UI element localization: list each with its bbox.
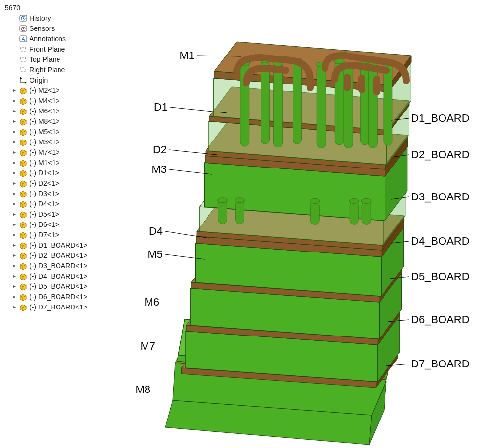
callout-D4: D4 xyxy=(149,225,163,237)
history-icon xyxy=(19,14,28,23)
tree-item-part[interactable]: ▸(-) D4<1> xyxy=(12,198,114,209)
expand-arrow-icon[interactable]: ▸ xyxy=(12,107,17,115)
tree-item-label: (-) D5<1> xyxy=(30,210,59,219)
expand-arrow-icon[interactable]: ▸ xyxy=(12,282,17,291)
expand-arrow-icon[interactable]: ▸ xyxy=(12,168,17,177)
tree-item-part[interactable]: ▸(-) M1<1> xyxy=(12,157,114,168)
tree-item-front-plane[interactable]: Front Plane xyxy=(12,44,114,54)
tree-root[interactable]: 5670 xyxy=(3,3,114,13)
part-icon xyxy=(19,261,28,270)
tree-item-part[interactable]: ▸(-) M4<1> xyxy=(12,95,114,106)
part-icon xyxy=(19,241,28,250)
tree-item-sensors[interactable]: Sensors xyxy=(12,23,114,33)
callout-M1: M1 xyxy=(179,49,195,61)
part-icon xyxy=(19,127,28,136)
part-icon xyxy=(19,272,28,280)
expand-arrow-icon[interactable]: ▸ xyxy=(12,251,17,260)
callout-M3: M3 xyxy=(151,163,167,175)
tree-item-part[interactable]: ▸(-) D6<1> xyxy=(12,219,114,229)
tree-item-right-plane[interactable]: Right Plane xyxy=(12,64,114,75)
tree-item-part[interactable]: ▸(-) M8<1> xyxy=(12,116,114,126)
sensors-icon xyxy=(19,24,28,33)
tree-item-part[interactable]: ▸(-) D3<1> xyxy=(12,188,114,198)
tree-item-label: (-) D4<1> xyxy=(30,199,59,208)
tree-item-label: (-) M2<1> xyxy=(30,86,59,95)
callout-D1_BOARD: D1_BOARD xyxy=(411,112,470,124)
annotations-icon: A xyxy=(19,34,28,43)
tree-item-top-plane[interactable]: Top Plane xyxy=(12,54,114,64)
expand-arrow-icon[interactable]: ▸ xyxy=(12,230,17,239)
tree-item-label: (-) D5_BOARD<1> xyxy=(30,282,87,291)
tree-item-part[interactable]: ▸(-) D5_BOARD<1> xyxy=(12,281,114,291)
part-icon xyxy=(19,292,28,301)
callout-M6: M6 xyxy=(144,296,159,308)
expand-arrow-icon[interactable]: ▸ xyxy=(12,272,17,280)
tree-item-part[interactable]: ▸(-) D1<1> xyxy=(12,168,114,178)
tree-item-label: Right Plane xyxy=(30,65,65,74)
tree-item-part[interactable]: ▸(-) M2<1> xyxy=(12,85,114,95)
tree-item-part[interactable]: ▸(-) M3<1> xyxy=(12,137,114,147)
plane-icon xyxy=(19,65,28,74)
tree-item-label: Top Plane xyxy=(30,55,60,64)
expand-arrow-icon[interactable]: ▸ xyxy=(12,86,17,95)
tree-item-label: (-) D3_BOARD<1> xyxy=(30,261,87,270)
tree-item-origin[interactable]: Origin xyxy=(12,75,114,85)
tree-item-part[interactable]: ▸(-) M7<1> xyxy=(12,147,114,157)
plane-icon xyxy=(19,55,28,64)
tree-item-part[interactable]: ▸(-) M5<1> xyxy=(12,126,114,137)
tree-item-part[interactable]: ▸(-) D3_BOARD<1> xyxy=(12,260,114,271)
expand-arrow-icon[interactable]: ▸ xyxy=(12,261,17,270)
expand-arrow-icon[interactable]: ▸ xyxy=(12,220,17,229)
tree-item-annotations[interactable]: A Annotations xyxy=(12,33,114,44)
tree-item-part[interactable]: ▸(-) D7<1> xyxy=(12,229,114,240)
expand-arrow-icon[interactable]: ▸ xyxy=(12,138,17,146)
tree-item-part[interactable]: ▸(-) D6_BOARD<1> xyxy=(12,291,114,302)
model-viewport[interactable]: M1 D1 D2 M3 D4 M5 M6 M7 M8 D1_BOARD xyxy=(114,0,504,448)
tree-item-label: (-) M4<1> xyxy=(30,96,59,105)
tree-item-label: (-) M7<1> xyxy=(30,148,59,157)
part-icon xyxy=(19,168,28,177)
tree-item-label: (-) D4_BOARD<1> xyxy=(30,272,87,280)
expand-arrow-icon[interactable]: ▸ xyxy=(12,179,17,188)
tree-item-part[interactable]: ▸(-) D1_BOARD<1> xyxy=(12,240,114,250)
expand-arrow-icon[interactable]: ▸ xyxy=(12,303,17,311)
plane-icon xyxy=(19,45,28,54)
part-icon xyxy=(19,189,28,198)
expand-arrow-icon[interactable]: ▸ xyxy=(12,189,17,198)
callout-D7_BOARD: D7_BOARD xyxy=(411,358,470,370)
svg-point-103 xyxy=(310,198,320,203)
tree-item-label: (-) D2_BOARD<1> xyxy=(30,251,87,260)
tree-item-history[interactable]: History xyxy=(12,13,114,23)
callout-M7: M7 xyxy=(140,340,155,352)
expand-arrow-icon[interactable]: ▸ xyxy=(12,158,17,167)
expand-arrow-icon[interactable]: ▸ xyxy=(12,96,17,105)
part-icon xyxy=(19,117,28,126)
tree-item-part[interactable]: ▸(-) D5<1> xyxy=(12,209,114,219)
expand-arrow-icon[interactable]: ▸ xyxy=(12,241,17,250)
tree-item-part[interactable]: ▸(-) M6<1> xyxy=(12,106,114,116)
tree-item-label: (-) D7_BOARD<1> xyxy=(30,303,87,311)
expand-arrow-icon[interactable]: ▸ xyxy=(12,148,17,157)
tree-item-part[interactable]: ▸(-) D2<1> xyxy=(12,178,114,188)
feature-tree[interactable]: 5670 History Sensors A xyxy=(0,0,114,448)
expand-arrow-icon[interactable]: ▸ xyxy=(12,292,17,301)
tree-item-part[interactable]: ▸(-) D2_BOARD<1> xyxy=(12,250,114,260)
tree-item-label: Annotations xyxy=(30,34,66,43)
part-icon xyxy=(19,96,28,105)
expand-arrow-icon[interactable]: ▸ xyxy=(12,199,17,208)
expand-arrow-icon[interactable]: ▸ xyxy=(12,127,17,136)
part-icon xyxy=(19,230,28,239)
tree-item-label: (-) D7<1> xyxy=(30,230,59,239)
tree-item-part[interactable]: ▸(-) D7_BOARD<1> xyxy=(12,302,114,312)
svg-point-101 xyxy=(235,198,245,203)
tree-item-part[interactable]: ▸(-) D4_BOARD<1> xyxy=(12,271,114,281)
tree-item-label: (-) M5<1> xyxy=(30,127,59,136)
tree-item-label: Origin xyxy=(30,76,48,84)
part-icon xyxy=(19,220,28,229)
svg-rect-98 xyxy=(218,200,227,224)
tree-item-label: (-) M8<1> xyxy=(30,117,59,126)
expand-arrow-icon[interactable]: ▸ xyxy=(12,117,17,126)
expand-arrow-icon[interactable]: ▸ xyxy=(12,210,17,219)
part-icon xyxy=(19,158,28,167)
svg-rect-100 xyxy=(236,200,244,224)
